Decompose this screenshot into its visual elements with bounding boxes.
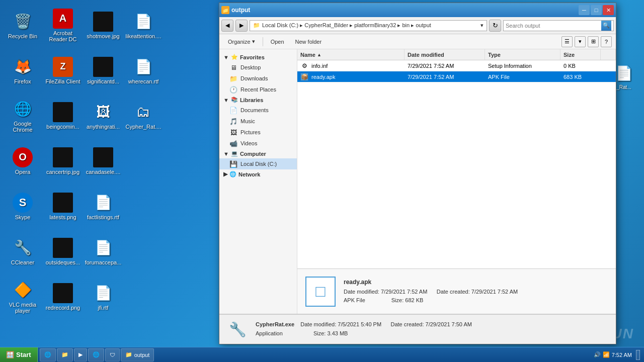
back-button[interactable]: ◀ [221,20,233,32]
search-button[interactable]: 🔍 [601,21,611,31]
sidebar-network-header[interactable]: ▶ 🌐 Network [219,169,297,179]
desktop-icon-redrecord[interactable]: redrecord.png [43,274,83,319]
desktop-icon-firefox[interactable]: 🦊 Firefox [3,48,43,93]
sidebar-libraries-header[interactable]: ▼ 📚 Libraries [219,95,297,105]
desktop-icon-recycle-bin[interactable]: 🗑️ Recycle Bin [3,3,43,48]
file-row-info-inf[interactable]: ⚙ info.inf 7/29/2021 7:52 AM Setup Infor… [297,60,616,71]
organize-button[interactable]: Organize ▾ [223,36,260,48]
desktop-icon-vlc[interactable]: 🔶 VLC media player [3,274,43,319]
taskbar-item-ie[interactable]: 🌐 [40,348,56,361]
forward-button[interactable]: ▶ [235,20,248,32]
file-name-apk: ready.apk [311,74,336,80]
sidebar-item-desktop[interactable]: 🖥 Desktop [219,62,297,73]
refresh-button[interactable]: ↻ [489,20,501,32]
sidebar-item-documents[interactable]: 📄 Documents [219,105,297,116]
desktop-icon-likeattention[interactable]: 📄 likeattention.... [123,3,164,48]
desktop-icon-factlistings[interactable]: 📄 factlistings.rtf [83,184,123,229]
sidebar-documents-label: Documents [240,107,269,113]
sidebar-local-disk-label: Local Disk (C:) [240,161,277,167]
desktop-icon-ccleaner[interactable]: 🔧 CCleaner [3,229,43,274]
col-header-type[interactable]: Type [485,49,560,60]
taskbar-item-antivirus[interactable]: 🛡 [105,348,120,361]
taskbar-item-media[interactable]: ▶ [74,348,87,361]
desktop-icon-wherecan[interactable]: 📄 wherecan.rtf [123,48,164,93]
folder-taskbar-icon: 📁 [61,351,68,358]
new-folder-button[interactable]: New folder [291,36,327,48]
favorites-star-icon: ⭐ [231,54,238,60]
videos-icon: 📹 [229,139,237,147]
search-input[interactable] [506,23,600,29]
view-details-button[interactable]: ⊞ [588,36,599,47]
recent-places-icon: 🕐 [229,85,237,94]
toolbar-right: ☰ ▾ ⊞ ? [561,36,612,47]
desktop-icon-jfi[interactable]: 📄 jfi.rtf [83,274,123,319]
preview-icon: □ [305,277,336,307]
desktop-icon-beingcomin[interactable]: beingcomin... [43,93,83,138]
sort-arrow-icon: ▲ [317,52,321,57]
col-header-size[interactable]: Size [560,49,601,60]
desktop-icon-skype[interactable]: S Skype [3,184,43,229]
start-button[interactable]: 🪟 Start [0,347,38,363]
taskbar-tray: 🔊 📶 7:52 AM [590,350,644,360]
sidebar-computer-header[interactable]: ▼ 💻 Computer [219,149,297,158]
taskbar-item-output[interactable]: 📁 output [121,348,154,361]
sidebar: ▼ ⭐ Favorites 🖥 Desktop 📁 Downloads 🕐 Re… [219,49,297,314]
sidebar-item-music[interactable]: 🎵 Music [219,116,297,127]
taskbar-item-chrome-taskbar[interactable]: 🌐 [88,348,104,361]
minimize-button[interactable]: ─ [579,5,590,15]
maximize-button[interactable]: □ [591,5,602,15]
desktop-icon-cancertrip[interactable]: cancertrip.jpg [43,138,83,184]
music-icon: 🎵 [229,117,237,125]
desktop-icon-opera[interactable]: O Opera [3,138,43,184]
open-button[interactable]: Open [266,36,289,48]
start-label: Start [16,351,31,358]
tray-speaker-icon[interactable]: 🔊 [594,351,601,358]
desktop-icon-filezilla[interactable]: Z FileZilla Client [43,48,83,93]
taskbar-item-folder[interactable]: 📁 [57,348,73,361]
sidebar-videos-label: Videos [240,140,257,146]
tray-time: 7:52 AM [612,352,632,358]
sidebar-music-label: Music [240,118,255,124]
view-list-button[interactable]: ☰ [561,36,573,47]
taskbar-output-label: output [134,352,150,358]
desktop-icon-chrome[interactable]: 🌐 Google Chrome [3,93,43,138]
favorites-label: Favorites [240,54,265,60]
desktop-icon-anythingrati[interactable]: 🖼 anythingrati... [83,93,123,138]
sidebar-item-recent-places[interactable]: 🕐 Recent Places [219,84,297,95]
desktop-icon-shotmove[interactable]: shotmove.jpg [83,3,123,48]
file-row-ready-apk[interactable]: 📦 ready.apk 7/29/2021 7:52 AM APK File 6… [297,71,616,82]
sidebar-item-local-disk[interactable]: 💾 Local Disk (C:) [219,158,297,169]
open-label: Open [271,39,284,45]
col-header-name[interactable]: Name ▲ [297,49,405,60]
antivirus-icon: 🛡 [110,352,115,358]
close-button[interactable]: ✕ [603,5,614,15]
sidebar-item-downloads[interactable]: 📁 Downloads [219,73,297,84]
desktop-icon-significantd[interactable]: significantd... [83,48,123,93]
folder-icon: 📁 [253,22,260,29]
sidebar-favorites-header[interactable]: ▼ ⭐ Favorites [219,52,297,62]
tray-network-icon[interactable]: 📶 [603,351,610,358]
file-cell-size-apk: 683 KB [560,71,601,82]
desktop-icon-outsideques[interactable]: outsideques... [43,229,83,274]
ie-icon: 🌐 [44,351,51,358]
tray-show-desktop-icon[interactable] [636,350,640,360]
desktop-icon-acrobat[interactable]: A Acrobat Reader DC [43,3,83,48]
desktop-icon-grid: 🗑️ Recycle Bin A Acrobat Reader DC shotm… [0,0,206,347]
desktop-icon-cypherrat[interactable]: 🗂 Cypher_Rat.... [123,93,164,138]
path-dropdown-arrow[interactable]: ▾ [480,22,484,29]
col-header-date[interactable]: Date modified [405,49,485,60]
title-bar: 📁 output ─ □ ✕ [219,3,616,17]
desktop-icon-canadasele[interactable]: canadasele.... [83,138,123,184]
sidebar-item-videos[interactable]: 📹 Videos [219,138,297,149]
view-dropdown-button[interactable]: ▾ [575,36,586,47]
desktop-icon-forumaccepa[interactable]: 📄 forumaccepa... [83,229,123,274]
desktop-icon-latests[interactable]: latests.png [43,184,83,229]
address-path[interactable]: 📁 Local Disk (C:) ▸ CypherRat_Bilder ▸ p… [250,20,487,31]
file-name-info: info.inf [311,63,328,69]
help-button[interactable]: ? [601,36,612,47]
file-list-header: Name ▲ Date modified Type Size [297,49,616,60]
file-cell-name-info: ⚙ info.inf [297,60,405,71]
sidebar-item-pictures[interactable]: 🖼 Pictures [219,127,297,138]
file-cell-type-info: Setup Information [485,60,560,71]
status-bar: 🔧 CypherRat.exe Date modified: 7/5/2021 … [219,314,616,344]
